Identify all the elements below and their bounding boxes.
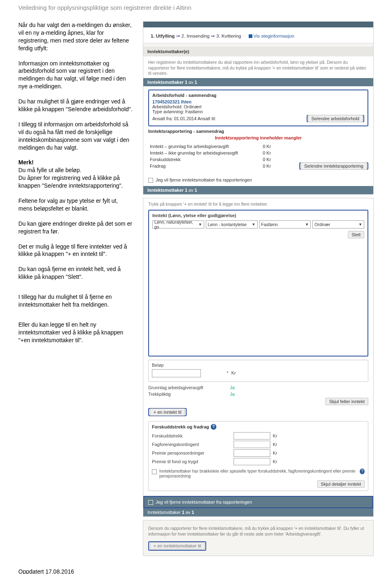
chevron-down-icon: ▼ — [359, 222, 362, 226]
avlonning-type: Type avlønning: Fastlønn — [152, 109, 364, 114]
forskuddstrekk-input[interactable] — [234, 432, 270, 439]
para: I tillegg til informasjon om arbeidsforh… — [18, 121, 133, 152]
help-icon[interactable]: ? — [360, 469, 365, 474]
person-id: 17045202321 Ihlen — [152, 99, 364, 104]
inntekt-legend: Inntekt (Lønn, ytelse eller godtgjørelse… — [152, 213, 364, 218]
para: Feltene for valg av type ytelse er fylt … — [18, 197, 133, 213]
add-mottaker-highlight: + en inntektsmottaker til — [148, 541, 206, 551]
forskuddstrekk-title: Forskuddstrekk og fradrag — [152, 424, 209, 429]
page-header: Veiledning for opplysningspliktige som r… — [18, 4, 374, 11]
slett-button[interactable]: Slett — [348, 231, 364, 238]
bottom-hint-panel: Dersom du rapporterer for flere inntekts… — [143, 520, 374, 556]
para: Eller du kan legge til en helt ny inntek… — [18, 321, 133, 344]
para: I tillegg har du mulighet til å fjerne e… — [18, 293, 133, 309]
summary-table: Inntekt – grunnlag for arbeidsgiveravgif… — [148, 143, 276, 170]
step-2: 2. Innsending — [181, 34, 209, 38]
remove-mottaker-band: Jeg vil fjerne inntektsmottaker fra rapp… — [143, 496, 373, 508]
brakkeleie-checkbox[interactable] — [152, 469, 157, 474]
para: Det er mulig å legge til flere inntekter… — [18, 243, 133, 258]
para: Informasjon om inntektsmottaker og arbei… — [18, 60, 133, 91]
remove-mottaker-label-2: Jeg vil fjerne inntektsmottaker fra rapp… — [156, 500, 252, 504]
se-endre-rapportering-button[interactable]: Se/endre inntektsrapportering — [301, 162, 367, 170]
select-4[interactable]: Ordinær▼ — [312, 220, 364, 229]
step-1: 1. Utfylling — [151, 34, 175, 38]
table-row: Forskuddstrekk0 Kr — [149, 157, 275, 162]
updated-date: Oppdatert 17.08.2016 — [18, 568, 374, 574]
form-panel-inntekt: Trykk på knappen '+ en inntekt' til for … — [143, 198, 374, 517]
add-inntekt-highlight: + en inntekt til — [148, 408, 187, 416]
bottom-hint-text: Dersom du rapporterer for flere inntekts… — [148, 525, 368, 537]
merk-text-1: Du må fylle ut alle beløp. — [18, 167, 81, 173]
fagforening-input[interactable] — [234, 441, 270, 448]
para: Når du har valgt den a-meldingen du ønsk… — [18, 21, 133, 52]
section-intro: Her registrerer du inntektsmottakere du … — [143, 56, 373, 78]
chevron-down-icon: ▼ — [198, 222, 202, 226]
belop-label: Beløp — [152, 363, 164, 368]
add-inntektsmottaker-button[interactable]: + en inntektsmottaker til — [150, 542, 205, 549]
step-info-link[interactable]: Vis steginformasjon — [249, 34, 294, 38]
required-star: * — [227, 370, 228, 375]
instruction-column: Når du har valgt den a-meldingen du ønsk… — [18, 21, 133, 352]
remove-mottaker-checkbox[interactable] — [148, 178, 153, 183]
step-sep: ⇒ — [211, 34, 216, 38]
section-title: Inntektsmottaker(e) — [143, 47, 373, 56]
merk-text-2: Du åpner for registrering ved å klikke p… — [18, 175, 123, 189]
belop-fieldset: Beløp * Kr — [148, 360, 368, 382]
merk-label: Merk! — [18, 159, 33, 166]
mottaker-counter-bottom: Inntektsmottaker 1 av 1 — [143, 186, 373, 194]
tip-text: Trykk på knappen '+ en inntekt' til for … — [148, 202, 368, 206]
forskuddstrekk-fieldset: Forskuddstrekk og fradrag ? Forskuddstre… — [148, 421, 368, 491]
help-icon[interactable]: ? — [211, 424, 216, 430]
warning-text: Inntektsrapportering inneholder mangler — [148, 134, 368, 142]
inntekt-fieldset: Inntekt (Lønn, ytelse eller godtgjørelse… — [148, 210, 368, 357]
arbeidsforhold-type: Arbeidsforhold: Ordinært — [152, 104, 364, 109]
fond-input[interactable] — [234, 458, 270, 465]
arbeidsforhold-summary: Arbeidsforhold - sammendrag 17045202321 … — [148, 90, 368, 126]
step-sep: ⇒ — [176, 34, 181, 38]
skjul-detaljer-button[interactable]: Skjul detaljer inntekt — [317, 480, 365, 488]
chevron-down-icon: ▼ — [305, 222, 309, 226]
chevron-down-icon: ▼ — [252, 222, 256, 226]
pensjon-input[interactable] — [234, 449, 270, 457]
select-1[interactable]: Lønn, naturalytelser, go▼ — [152, 220, 204, 229]
mottaker-counter-top: Inntektsmottaker 1 av 1 — [143, 78, 373, 86]
trekk-row: Trekkpliktig Ja — [148, 392, 368, 397]
remove-mottaker-checkbox-2[interactable] — [148, 500, 153, 505]
select-3[interactable]: Fastlønn▼ — [259, 220, 311, 229]
para: Du kan gjøre endringer direkte på det so… — [18, 220, 133, 235]
form-panel-summary: 1. Utfylling ⇒ 2. Innsending ⇒ 3. Kvitte… — [143, 21, 374, 195]
para: Du kan også fjerne en inntekt helt, ved … — [18, 265, 133, 281]
table-row: Fradrag0 Kr — [149, 163, 275, 169]
mottaker-counter-footer: Inntektsmottaker 1 av 1 — [143, 508, 373, 516]
grunnlag-row: Grunnlag arbeidsgiveravgift Ja — [148, 385, 368, 390]
remove-mottaker-label: Jeg vil fjerne inntektsmottaker fra rapp… — [156, 177, 252, 182]
ansatt-dates: Ansatt fra: 01.01.2014 Ansatt til: — [152, 116, 216, 121]
se-endre-arbeidsforhold-button[interactable]: Se/endre arbeidsforhold — [308, 115, 363, 122]
select-2[interactable]: Lønn - kontantytelse▼ — [206, 220, 258, 229]
panel-top-bar — [143, 22, 373, 27]
remove-mottaker-row: Jeg vil fjerne inntektsmottaker fra rapp… — [143, 174, 373, 186]
para: Du har mulighet til å gjøre endringer ve… — [18, 98, 133, 113]
square-icon — [249, 34, 252, 38]
table-row: Inntekt – ikke grunnlag for arbeidsgiver… — [149, 150, 275, 156]
skjul-felter-inntekt-button[interactable]: Skjul felter inntekt — [325, 398, 368, 405]
table-row: Inntekt – grunnlag for arbeidsgiveravgif… — [149, 144, 275, 149]
currency-label: Kr — [231, 370, 236, 375]
arbeidsforhold-title: Arbeidsforhold - sammendrag — [152, 93, 216, 98]
merk-block: Merk! Du må fylle ut alle beløp. Du åpne… — [18, 159, 133, 190]
belop-input[interactable] — [152, 369, 201, 377]
step-3: 3. Kvittering — [216, 34, 241, 38]
rapportering-title: Inntektsrapportering - sammendrag — [148, 129, 224, 134]
brakkeleie-text: Inntektsmottaker har brakkeleie eller sp… — [159, 469, 357, 478]
add-inntekt-button[interactable]: + en inntekt til — [150, 408, 185, 416]
step-navigation: 1. Utfylling ⇒ 2. Innsending ⇒ 3. Kvitte… — [143, 27, 373, 43]
